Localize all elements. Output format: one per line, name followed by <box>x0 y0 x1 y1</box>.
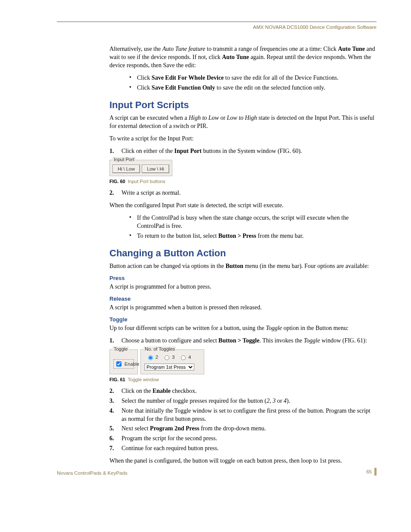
content-body: Alternatively, use the Auto Tune feature… <box>57 45 377 465</box>
header-title: AMX NOVARA DCS1000 Device Configuration … <box>57 25 377 30</box>
toggle-step-2: 2.Click on the Enable checkbox. <box>109 387 377 395</box>
sec1-step-1: 1.Click on either of the Input Port butt… <box>109 147 377 156</box>
release-text: A script is programmed when a button is … <box>109 304 377 312</box>
section-input-port-scripts: Input Port Scripts <box>109 100 377 111</box>
figure-61: Toggle Enable No. of Toggles 2 3 4 Progr… <box>109 349 377 374</box>
intro-bullet-2: Click Save Edit Function Only to save th… <box>129 84 377 92</box>
low-hi-button[interactable]: Low \ Hi <box>142 165 169 173</box>
radio-3[interactable] <box>165 355 169 360</box>
toggle-steps-2: 2.Click on the Enable checkbox. 3.Select… <box>109 387 377 453</box>
intro-paragraph: Alternatively, use the Auto Tune feature… <box>109 45 377 70</box>
figure-60: Input Port Hi \ Low Low \ Hi <box>109 160 377 176</box>
footer: Novara ControlPads & KeyPads 65 <box>57 468 377 476</box>
sec1-bullet-1: If the ControlPad is busy when the state… <box>129 214 377 230</box>
sec1-p2: To write a script for the Input Port: <box>109 135 377 143</box>
enable-checkbox[interactable] <box>116 361 121 367</box>
toggle-p1: Up to four different scripts can be writ… <box>109 324 377 333</box>
radio-3-label[interactable]: 3 <box>162 354 174 360</box>
toggle-step-4: 4.Note that initially the Toggle window … <box>109 407 377 423</box>
toggle-step-7: 7.Continue for each required button pres… <box>109 445 377 453</box>
footer-title: Novara ControlPads & KeyPads <box>57 470 128 476</box>
footer-bar-icon <box>374 468 377 476</box>
sec1-steps-2: 2.Write a script as normal. <box>109 189 377 197</box>
page-number: 65 <box>366 469 372 474</box>
toggle-step-5: 5.Next select Program 2nd Press from the… <box>109 425 377 433</box>
sec1-p1: A script can be executed when a High to … <box>109 114 377 131</box>
radio-2-label[interactable]: 2 <box>146 354 158 360</box>
toggle-step-6: 6.Program the script for the second pres… <box>109 435 377 443</box>
toggle-widget: Toggle Enable No. of Toggles 2 3 4 Progr… <box>109 349 204 374</box>
enable-checkbox-label[interactable]: Enable <box>113 359 134 369</box>
press-text: A script is programmed for a button pres… <box>109 283 377 291</box>
toggle-step-1: 1.Choose a button to configure and selec… <box>109 337 377 345</box>
toggle-steps-1: 1.Choose a button to configure and selec… <box>109 337 377 345</box>
program-press-select[interactable]: Program 1st Press <box>144 364 194 370</box>
sec1-bullets: If the ControlPad is busy when the state… <box>109 214 377 240</box>
sec1-bullet-2: To return to the button list, select But… <box>129 232 377 240</box>
intro-bullets: Click Save Edit For Whole Device to save… <box>109 74 377 92</box>
sec1-p3: When the configured Input Port state is … <box>109 202 377 210</box>
radio-4-label[interactable]: 4 <box>179 354 191 360</box>
release-heading: Release <box>109 296 377 302</box>
sec1-step-2: 2.Write a script as normal. <box>109 189 377 197</box>
input-port-widget: Input Port Hi \ Low Low \ Hi <box>109 160 172 176</box>
sec2-p1: Button action can be changed via options… <box>109 262 377 271</box>
toggle-heading: Toggle <box>109 316 377 323</box>
input-port-legend: Input Port <box>112 157 136 162</box>
toggle-closing: When the panel is configured, the button… <box>109 457 377 465</box>
press-heading: Press <box>109 275 377 281</box>
radio-4[interactable] <box>181 355 186 360</box>
header-rule <box>57 22 377 22</box>
toggle-count-group: No. of Toggles 2 3 4 Program 1st Press <box>140 349 204 374</box>
toggle-enable-group: Toggle Enable <box>109 349 138 374</box>
radio-2[interactable] <box>148 355 153 360</box>
sec1-steps-1: 1.Click on either of the Input Port butt… <box>109 147 377 156</box>
figure-61-caption: FIG. 61 Toggle window <box>109 377 377 382</box>
hi-low-button[interactable]: Hi \ Low <box>112 165 140 173</box>
intro-bullet-1: Click Save Edit For Whole Device to save… <box>129 74 377 82</box>
figure-60-caption: FIG. 60 Input Port buttons <box>109 179 377 184</box>
section-changing-button-action: Changing a Button Action <box>109 248 377 259</box>
toggle-step-3: 3.Select the number of toggle presses re… <box>109 397 377 405</box>
